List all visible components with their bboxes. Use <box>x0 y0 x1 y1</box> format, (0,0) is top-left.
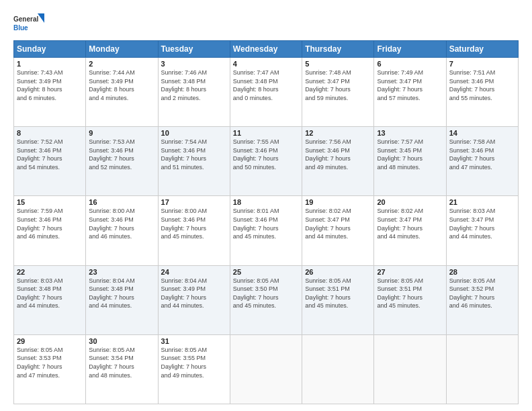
day-info: Sunrise: 8:05 AM Sunset: 3:54 PM Dayligh… <box>89 346 154 379</box>
day-number: 22 <box>17 268 83 276</box>
day-number: 12 <box>305 129 371 137</box>
day-number: 13 <box>377 129 443 137</box>
calendar-cell <box>374 334 446 404</box>
calendar-cell: 8Sunrise: 7:52 AM Sunset: 3:46 PM Daylig… <box>14 127 86 196</box>
day-number: 19 <box>305 198 371 206</box>
calendar-cell: 15Sunrise: 7:59 AM Sunset: 3:46 PM Dayli… <box>14 196 86 265</box>
day-info: Sunrise: 7:55 AM Sunset: 3:46 PM Dayligh… <box>233 138 299 171</box>
calendar-cell: 4Sunrise: 7:47 AM Sunset: 3:48 PM Daylig… <box>230 58 302 127</box>
day-info: Sunrise: 8:03 AM Sunset: 3:48 PM Dayligh… <box>17 277 83 310</box>
calendar-cell: 9Sunrise: 7:53 AM Sunset: 3:46 PM Daylig… <box>86 127 158 196</box>
logo: General Blue <box>13 12 47 36</box>
calendar-cell: 25Sunrise: 8:05 AM Sunset: 3:50 PM Dayli… <box>230 265 302 334</box>
day-info: Sunrise: 8:05 AM Sunset: 3:55 PM Dayligh… <box>161 346 227 379</box>
calendar-cell: 24Sunrise: 8:04 AM Sunset: 3:49 PM Dayli… <box>158 265 230 334</box>
calendar-cell: 31Sunrise: 8:05 AM Sunset: 3:55 PM Dayli… <box>158 334 230 404</box>
day-info: Sunrise: 7:49 AM Sunset: 3:47 PM Dayligh… <box>377 68 443 102</box>
day-number: 6 <box>377 60 443 68</box>
calendar-cell: 23Sunrise: 8:04 AM Sunset: 3:48 PM Dayli… <box>86 265 158 334</box>
day-number: 23 <box>89 268 154 276</box>
day-info: Sunrise: 7:58 AM Sunset: 3:46 PM Dayligh… <box>449 138 515 171</box>
day-info: Sunrise: 7:47 AM Sunset: 3:48 PM Dayligh… <box>233 68 299 102</box>
calendar-cell: 16Sunrise: 8:00 AM Sunset: 3:46 PM Dayli… <box>86 196 158 265</box>
calendar-week-row: 1Sunrise: 7:43 AM Sunset: 3:49 PM Daylig… <box>14 58 519 127</box>
svg-marker-2 <box>38 13 44 23</box>
day-number: 9 <box>89 129 154 137</box>
col-header-thursday: Thursday <box>302 41 374 58</box>
day-number: 21 <box>449 198 515 206</box>
day-info: Sunrise: 7:51 AM Sunset: 3:46 PM Dayligh… <box>449 68 515 102</box>
day-info: Sunrise: 8:01 AM Sunset: 3:46 PM Dayligh… <box>233 207 299 240</box>
day-info: Sunrise: 7:44 AM Sunset: 3:49 PM Dayligh… <box>89 68 154 102</box>
day-info: Sunrise: 8:05 AM Sunset: 3:51 PM Dayligh… <box>305 277 371 310</box>
day-info: Sunrise: 8:04 AM Sunset: 3:49 PM Dayligh… <box>161 277 227 310</box>
calendar-cell: 20Sunrise: 8:02 AM Sunset: 3:47 PM Dayli… <box>374 196 446 265</box>
calendar-cell: 5Sunrise: 7:48 AM Sunset: 3:47 PM Daylig… <box>302 58 374 127</box>
calendar-cell: 14Sunrise: 7:58 AM Sunset: 3:46 PM Dayli… <box>446 127 518 196</box>
col-header-sunday: Sunday <box>14 41 86 58</box>
calendar-cell: 10Sunrise: 7:54 AM Sunset: 3:46 PM Dayli… <box>158 127 230 196</box>
day-number: 20 <box>377 198 443 206</box>
day-number: 17 <box>161 198 227 206</box>
calendar-header-row: SundayMondayTuesdayWednesdayThursdayFrid… <box>14 41 519 58</box>
day-number: 8 <box>17 129 83 137</box>
calendar-cell: 3Sunrise: 7:46 AM Sunset: 3:48 PM Daylig… <box>158 58 230 127</box>
calendar-week-row: 22Sunrise: 8:03 AM Sunset: 3:48 PM Dayli… <box>14 265 519 334</box>
day-number: 11 <box>233 129 299 137</box>
day-number: 10 <box>161 129 227 137</box>
day-info: Sunrise: 7:52 AM Sunset: 3:46 PM Dayligh… <box>17 138 83 171</box>
col-header-tuesday: Tuesday <box>158 41 230 58</box>
logo-svg: General Blue <box>13 12 47 36</box>
calendar-table: SundayMondayTuesdayWednesdayThursdayFrid… <box>13 40 519 404</box>
calendar-cell: 17Sunrise: 8:00 AM Sunset: 3:46 PM Dayli… <box>158 196 230 265</box>
day-number: 29 <box>17 337 83 345</box>
day-number: 1 <box>17 60 83 68</box>
day-info: Sunrise: 7:46 AM Sunset: 3:48 PM Dayligh… <box>161 68 227 102</box>
calendar-week-row: 15Sunrise: 7:59 AM Sunset: 3:46 PM Dayli… <box>14 196 519 265</box>
calendar-cell: 30Sunrise: 8:05 AM Sunset: 3:54 PM Dayli… <box>86 334 158 404</box>
calendar-cell: 26Sunrise: 8:05 AM Sunset: 3:51 PM Dayli… <box>302 265 374 334</box>
calendar-cell: 11Sunrise: 7:55 AM Sunset: 3:46 PM Dayli… <box>230 127 302 196</box>
day-number: 2 <box>89 60 154 68</box>
day-number: 5 <box>305 60 371 68</box>
calendar-cell <box>302 334 374 404</box>
day-info: Sunrise: 8:05 AM Sunset: 3:52 PM Dayligh… <box>449 277 515 310</box>
day-info: Sunrise: 8:05 AM Sunset: 3:53 PM Dayligh… <box>17 346 83 379</box>
day-number: 25 <box>233 268 299 276</box>
calendar-cell: 13Sunrise: 7:57 AM Sunset: 3:45 PM Dayli… <box>374 127 446 196</box>
svg-text:General: General <box>13 15 38 23</box>
calendar-cell: 22Sunrise: 8:03 AM Sunset: 3:48 PM Dayli… <box>14 265 86 334</box>
day-info: Sunrise: 7:54 AM Sunset: 3:46 PM Dayligh… <box>161 138 227 171</box>
day-info: Sunrise: 8:04 AM Sunset: 3:48 PM Dayligh… <box>89 277 154 310</box>
day-info: Sunrise: 8:03 AM Sunset: 3:47 PM Dayligh… <box>449 207 515 240</box>
calendar-cell: 6Sunrise: 7:49 AM Sunset: 3:47 PM Daylig… <box>374 58 446 127</box>
day-info: Sunrise: 8:00 AM Sunset: 3:46 PM Dayligh… <box>161 207 227 240</box>
day-info: Sunrise: 8:00 AM Sunset: 3:46 PM Dayligh… <box>89 207 154 240</box>
header: General Blue <box>13 12 519 36</box>
col-header-friday: Friday <box>374 41 446 58</box>
day-number: 7 <box>449 60 515 68</box>
day-number: 4 <box>233 60 299 68</box>
calendar-cell <box>230 334 302 404</box>
calendar-cell: 21Sunrise: 8:03 AM Sunset: 3:47 PM Dayli… <box>446 196 518 265</box>
col-header-wednesday: Wednesday <box>230 41 302 58</box>
calendar-cell: 28Sunrise: 8:05 AM Sunset: 3:52 PM Dayli… <box>446 265 518 334</box>
day-number: 18 <box>233 198 299 206</box>
col-header-saturday: Saturday <box>446 41 518 58</box>
day-info: Sunrise: 8:05 AM Sunset: 3:50 PM Dayligh… <box>233 277 299 310</box>
day-number: 31 <box>161 337 227 345</box>
svg-text:Blue: Blue <box>13 24 28 32</box>
day-info: Sunrise: 7:53 AM Sunset: 3:46 PM Dayligh… <box>89 138 154 171</box>
day-number: 27 <box>377 268 443 276</box>
calendar-cell: 7Sunrise: 7:51 AM Sunset: 3:46 PM Daylig… <box>446 58 518 127</box>
day-info: Sunrise: 7:43 AM Sunset: 3:49 PM Dayligh… <box>17 68 83 102</box>
calendar-cell: 1Sunrise: 7:43 AM Sunset: 3:49 PM Daylig… <box>14 58 86 127</box>
calendar-cell: 2Sunrise: 7:44 AM Sunset: 3:49 PM Daylig… <box>86 58 158 127</box>
calendar-cell: 29Sunrise: 8:05 AM Sunset: 3:53 PM Dayli… <box>14 334 86 404</box>
calendar-cell: 18Sunrise: 8:01 AM Sunset: 3:46 PM Dayli… <box>230 196 302 265</box>
day-info: Sunrise: 8:02 AM Sunset: 3:47 PM Dayligh… <box>305 207 371 240</box>
day-number: 26 <box>305 268 371 276</box>
day-info: Sunrise: 8:02 AM Sunset: 3:47 PM Dayligh… <box>377 207 443 240</box>
day-number: 24 <box>161 268 227 276</box>
day-info: Sunrise: 7:56 AM Sunset: 3:46 PM Dayligh… <box>305 138 371 171</box>
